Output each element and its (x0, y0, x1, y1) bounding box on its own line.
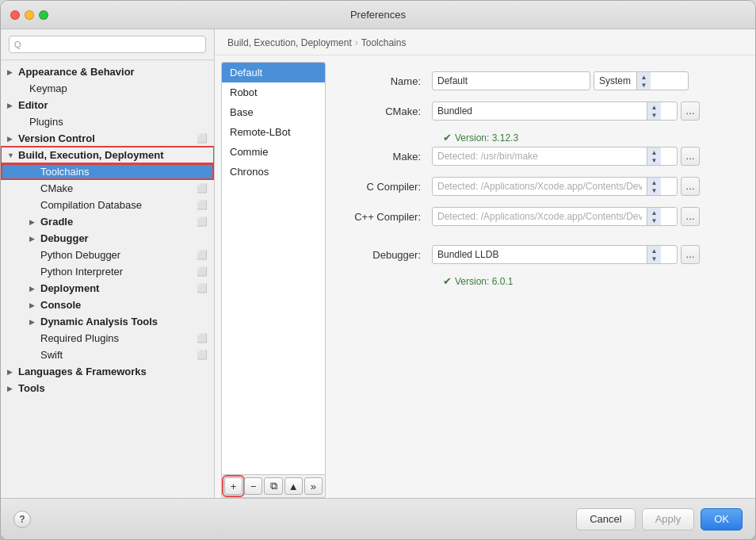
make-browse-button[interactable]: … (681, 147, 700, 166)
form-row-debugger: Debugger: Bundled LLDB ▲ ▼ (345, 245, 736, 264)
toolchain-item-commie[interactable]: Commie (222, 142, 325, 162)
sidebar: Q ▶ Appearance & Behavior Keymap ▶ (1, 29, 215, 498)
make-select[interactable]: Detected: /usr/bin/make (433, 147, 647, 165)
sidebar-item-gradle[interactable]: ▶ Gradle ⬜ (1, 213, 214, 230)
system-select[interactable]: System (594, 72, 636, 90)
arrow-down-icon: ▼ (7, 151, 18, 159)
make-label: Make: (345, 151, 432, 163)
breadcrumb: Build, Execution, Deployment › Toolchain… (215, 29, 755, 56)
window-title: Preferences (350, 9, 406, 21)
center-panel: Default Robot Base Remote-LBot Commie (215, 56, 755, 498)
debugger-browse-button[interactable]: … (681, 245, 700, 264)
sidebar-item-editor[interactable]: ▶ Editor (1, 97, 214, 113)
sidebar-tree: ▶ Appearance & Behavior Keymap ▶ Editor … (1, 60, 214, 498)
toolchain-item-chronos[interactable]: Chronos (222, 162, 325, 182)
sidebar-item-plugins[interactable]: Plugins (1, 113, 214, 130)
minimize-button[interactable] (25, 10, 34, 20)
more-button[interactable]: » (304, 477, 323, 495)
sidebar-item-version-control[interactable]: ▶ Version Control ⬜ (1, 130, 214, 147)
remove-toolchain-button[interactable]: − (244, 477, 262, 495)
form-area: Name: System ▲ ▼ (326, 56, 755, 498)
apply-button[interactable]: Apply (642, 508, 695, 530)
search-wrap[interactable]: Q (9, 36, 206, 53)
window-controls (10, 10, 48, 20)
copy-icon: ⬜ (197, 333, 208, 343)
c-compiler-browse-button[interactable]: … (681, 177, 700, 196)
cmake-select[interactable]: Bundled (433, 102, 647, 120)
form-row-cmake: CMake: Bundled ▲ ▼ … (345, 101, 736, 121)
sidebar-item-dynamic-analysis[interactable]: ▶ Dynamic Analysis Tools (1, 313, 214, 330)
cpp-compiler-select[interactable]: Detected: /Applications/Xcode.app/Conten… (433, 208, 647, 225)
copy-icon: ⬜ (197, 133, 208, 144)
copy-icon: ⬜ (197, 283, 208, 293)
debugger-version-note: ✔ Version: 6.0.1 (345, 275, 736, 287)
footer: ? Cancel Apply OK (1, 498, 755, 539)
main-content: Q ▶ Appearance & Behavior Keymap ▶ (1, 29, 755, 498)
c-compiler-arrows-icon: ▲ ▼ (647, 178, 661, 195)
cmake-version-note: ✔ Version: 3.12.3 (345, 132, 736, 144)
sidebar-item-tools[interactable]: ▶ Tools (1, 380, 214, 396)
debugger-select-wrap[interactable]: Bundled LLDB ▲ ▼ (432, 245, 678, 264)
debugger-arrows-icon: ▲ ▼ (647, 246, 661, 263)
debugger-select[interactable]: Bundled LLDB (433, 246, 647, 263)
name-controls: System ▲ ▼ (432, 71, 736, 90)
system-select-wrap[interactable]: System ▲ ▼ (594, 71, 689, 90)
search-input[interactable] (25, 39, 200, 50)
sidebar-item-appearance[interactable]: ▶ Appearance & Behavior (1, 63, 214, 80)
arrow-icon: ▶ (29, 285, 40, 293)
sidebar-item-compilation-db[interactable]: Compilation Database ⬜ (1, 197, 214, 213)
sidebar-item-console[interactable]: ▶ Console (1, 297, 214, 313)
breadcrumb-current: Toolchains (361, 37, 407, 48)
cpp-compiler-browse-button[interactable]: … (681, 207, 700, 226)
maximize-button[interactable] (39, 10, 48, 20)
name-input[interactable] (432, 71, 590, 90)
sidebar-item-python-debugger[interactable]: Python Debugger ⬜ (1, 247, 214, 263)
toolchains-listbox: Default Robot Base Remote-LBot Commie (221, 62, 326, 475)
sidebar-item-toolchains[interactable]: Toolchains (1, 163, 214, 180)
move-up-button[interactable]: ▲ (284, 477, 303, 495)
select-arrows-icon: ▲ ▼ (636, 72, 651, 90)
sidebar-item-cmake[interactable]: CMake ⬜ (1, 180, 214, 197)
make-controls: Detected: /usr/bin/make ▲ ▼ … (432, 147, 736, 166)
copy-icon: ⬜ (197, 266, 208, 277)
make-select-wrap[interactable]: Detected: /usr/bin/make ▲ ▼ (432, 147, 678, 166)
ok-button[interactable]: OK (701, 508, 743, 530)
toolchain-item-remote-lbot[interactable]: Remote-LBot (222, 122, 325, 142)
breadcrumb-parent: Build, Execution, Deployment (227, 37, 352, 48)
toolchain-item-robot[interactable]: Robot (222, 82, 325, 102)
sidebar-item-deployment[interactable]: ▶ Deployment ⬜ (1, 280, 214, 297)
form-row-name: Name: System ▲ ▼ (345, 71, 736, 90)
cancel-button[interactable]: Cancel (576, 508, 635, 530)
arrow-icon: ▶ (29, 218, 40, 226)
toolchain-item-base[interactable]: Base (222, 102, 325, 122)
c-compiler-select-wrap[interactable]: Detected: /Applications/Xcode.app/Conten… (432, 177, 678, 196)
cpp-compiler-arrows-icon: ▲ ▼ (647, 208, 661, 225)
form-row-cpp-compiler: C++ Compiler: Detected: /Applications/Xc… (345, 207, 736, 226)
copy-toolchain-button[interactable]: ⧉ (264, 477, 282, 495)
help-button[interactable]: ? (13, 511, 31, 528)
toolchain-item-default[interactable]: Default (222, 63, 325, 82)
sidebar-item-languages[interactable]: ▶ Languages & Frameworks (1, 363, 214, 380)
arrow-icon: ▶ (7, 68, 18, 76)
arrow-icon: ▶ (7, 135, 18, 143)
sidebar-item-debugger[interactable]: ▶ Debugger (1, 230, 214, 247)
cmake-controls: Bundled ▲ ▼ … (432, 101, 736, 121)
search-bar: Q (1, 29, 214, 60)
add-toolchain-button[interactable]: + (224, 477, 242, 495)
sidebar-item-keymap[interactable]: Keymap (1, 80, 214, 97)
copy-icon: ⬜ (197, 350, 208, 360)
c-compiler-controls: Detected: /Applications/Xcode.app/Conten… (432, 177, 736, 196)
cmake-label: CMake: (345, 105, 432, 117)
sidebar-item-swift[interactable]: Swift ⬜ (1, 347, 214, 363)
cpp-compiler-select-wrap[interactable]: Detected: /Applications/Xcode.app/Conten… (432, 207, 678, 226)
cmake-browse-button[interactable]: … (681, 101, 700, 121)
sidebar-item-python-interpreter[interactable]: Python Interpreter ⬜ (1, 263, 214, 280)
right-panel: Build, Execution, Deployment › Toolchain… (215, 29, 755, 498)
debugger-controls: Bundled LLDB ▲ ▼ … (432, 245, 736, 264)
sidebar-item-required-plugins[interactable]: Required Plugins ⬜ (1, 330, 214, 347)
cmake-select-wrap[interactable]: Bundled ▲ ▼ (432, 101, 678, 121)
c-compiler-select[interactable]: Detected: /Applications/Xcode.app/Conten… (433, 178, 647, 195)
sidebar-item-build-exec-deploy[interactable]: ▼ Build, Execution, Deployment (1, 147, 214, 163)
close-button[interactable] (10, 10, 20, 20)
preferences-window: Preferences Q ▶ Appearance & Behavior (0, 0, 756, 540)
